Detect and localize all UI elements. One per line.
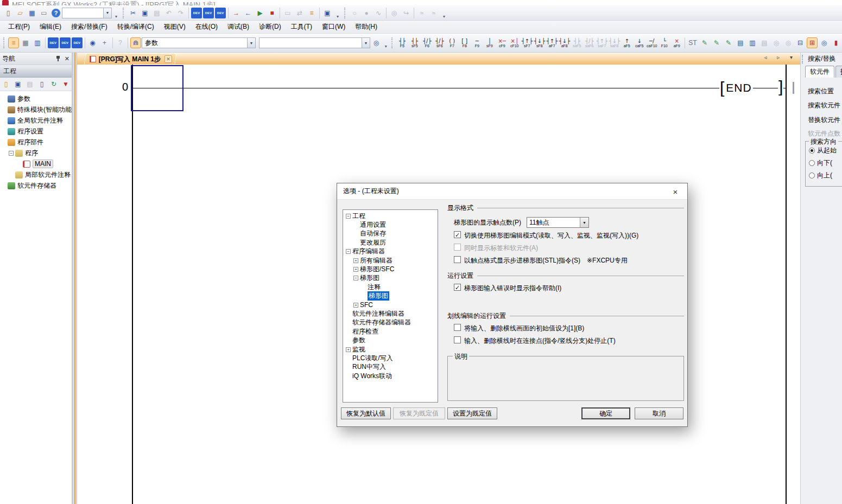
read-from-plc-icon[interactable]: ← [243, 8, 254, 18]
tab-instruction[interactable]: 指令 [835, 66, 842, 78]
toolbar-overflow-icon[interactable]: ▾ [441, 7, 447, 19]
device-find-icon[interactable]: DEV [191, 8, 202, 18]
expander-icon[interactable] [353, 231, 358, 236]
menu-item[interactable]: 在线(O) [191, 21, 223, 33]
find-dim-icon[interactable]: ◎ [771, 37, 782, 48]
pin-icon[interactable] [55, 55, 61, 62]
checkbox-icon[interactable]: ✓ [454, 284, 461, 291]
delete-af9[interactable]: × aF9 [670, 36, 683, 50]
edit-coil-comment-icon[interactable]: ✎ [711, 37, 722, 48]
options-tree-item[interactable]: PLC读取/写入 [345, 354, 438, 362]
checkbox-row[interactable]: 将输入、删除横线画面的初始值设为[1](B) [454, 324, 684, 333]
tab-scroll-arrows[interactable]: ◃ ▹ ▾ [764, 54, 797, 60]
menu-item[interactable]: 帮助(H) [350, 21, 382, 33]
checkbox-icon[interactable] [454, 324, 461, 331]
checkbox-row[interactable]: 同时显示标签和软元件(A) [454, 244, 684, 253]
trend-b-icon[interactable]: ≈ [428, 8, 439, 18]
nav-item-pou[interactable]: 程序部件 [0, 137, 72, 148]
vline-sf9[interactable]: │ sF9 [483, 36, 496, 50]
expander-icon[interactable] [346, 374, 351, 379]
delete-hline-cf9[interactable]: ×─ cF9 [496, 36, 508, 50]
new-file-icon[interactable]: ▯ [3, 8, 14, 18]
paste-icon[interactable]: ▤ [151, 8, 162, 18]
expander-icon[interactable]: − [346, 214, 351, 219]
pulse-up-saf7[interactable]: ┤↑├ saF7 [596, 36, 608, 50]
scrollbar-mark[interactable] [793, 82, 794, 94]
expander-icon[interactable] [1, 183, 6, 188]
expander-icon[interactable] [346, 356, 351, 361]
menu-item[interactable]: 工具(T) [286, 21, 317, 33]
trend-a-icon[interactable]: ≈ [416, 8, 427, 18]
project-tree-icon[interactable]: ≡ [8, 37, 19, 48]
expander-icon[interactable]: − [353, 276, 358, 280]
options-tree-item[interactable]: 通用设置 [345, 220, 438, 229]
expander-icon[interactable] [353, 240, 358, 245]
tab-close-icon[interactable]: ✕ [164, 55, 172, 63]
batch-edit-icon[interactable]: ▤ [735, 37, 746, 48]
hline-f9[interactable]: ─ F9 [471, 36, 483, 50]
doc-dim-icon[interactable]: ▤ [759, 37, 770, 48]
nav-item-program[interactable]: − 程序 [0, 148, 72, 158]
expander-icon[interactable] [1, 107, 6, 112]
device-search-icon[interactable]: + [99, 37, 110, 48]
expander-icon[interactable] [346, 329, 351, 334]
menu-item[interactable]: 工程(P) [3, 21, 35, 33]
jump-icon[interactable]: ↪ [401, 8, 411, 18]
checkbox-row[interactable]: ✓ 梯形图输入错误时显示指令帮助(I) [454, 284, 684, 293]
branch-f10[interactable]: └ F10 [658, 36, 670, 50]
options-tree-item[interactable]: − 梯形图 [345, 274, 438, 283]
device-table-icon[interactable]: DEV [60, 37, 71, 48]
combo-arrow-icon[interactable]: ▼ [103, 8, 111, 18]
expander-icon[interactable] [346, 365, 351, 369]
navigation-section-project[interactable]: 工程 [0, 65, 72, 78]
open-file-icon[interactable]: ▱ [15, 8, 26, 18]
radio-option[interactable]: 向下( [809, 158, 842, 168]
expander-icon[interactable] [1, 97, 6, 101]
options-tree-item[interactable]: 软元件存储器编辑器 [345, 318, 438, 327]
device-tree-icon[interactable]: DEV [72, 37, 83, 48]
expander-icon[interactable] [1, 140, 6, 145]
nav-item-local-comment[interactable]: 局部软元件注释 [0, 169, 72, 180]
expander-icon[interactable] [361, 285, 366, 290]
expander-icon[interactable]: + [353, 267, 358, 272]
pulse-down-sf8[interactable]: ┤↓├ sF8 [533, 36, 546, 50]
window-switch-icon[interactable]: ⇄ [294, 8, 305, 18]
menu-item[interactable]: 调试(B) [223, 21, 254, 33]
cancel-button[interactable]: 取消 [635, 407, 683, 419]
work-window-icon[interactable]: ▥ [32, 37, 43, 48]
combo-arrow-icon[interactable]: ▼ [580, 218, 588, 227]
invert-up-af5[interactable]: ↑ aF5 [621, 36, 633, 50]
find-target-combo[interactable]: 参数 ▼ [142, 37, 256, 48]
radio-option[interactable]: 从起始 [809, 146, 842, 155]
options-tree-item[interactable]: + SFC [345, 301, 438, 309]
redo-icon[interactable]: ↷ [175, 8, 186, 18]
watch-stop-icon[interactable]: ● [361, 8, 372, 18]
pulse-open-saf5[interactable]: ┤├ saF5 [571, 36, 583, 50]
menu-item[interactable]: 视图(V) [159, 21, 191, 33]
stl-display-icon[interactable]: ST [687, 37, 698, 48]
copy-icon[interactable]: ▣ [140, 8, 150, 18]
expander-icon[interactable] [353, 222, 358, 227]
open-branch-sf5[interactable]: ┤├ sF5 [408, 36, 421, 50]
menu-item[interactable]: 窗口(W) [317, 21, 350, 33]
binoculars-icon[interactable]: ⋒ [130, 37, 141, 48]
nav-item-parameter[interactable]: 参数 [0, 93, 72, 104]
nav-item-main[interactable]: MAIN [0, 158, 72, 169]
menu-item[interactable]: 转换/编译(C) [112, 21, 159, 33]
new-data-icon[interactable]: ▯ [1, 79, 11, 90]
module-config-icon[interactable]: ▦ [20, 37, 31, 48]
combo-arrow-icon[interactable]: ▼ [247, 38, 255, 48]
restore-preset-button[interactable]: 恢复为既定值 [393, 407, 445, 419]
device-find-icon[interactable]: DEV [48, 37, 59, 48]
expander-icon[interactable]: + [353, 258, 358, 263]
pc-lock-icon[interactable]: ▣ [322, 8, 333, 18]
menu-item[interactable]: 搜索/替换(F) [66, 21, 112, 33]
pulse-icon[interactable]: ∿ [373, 8, 384, 18]
options-tree-item[interactable]: 自动保存 [345, 229, 438, 238]
save-icon[interactable]: ▦ [27, 8, 37, 18]
checkbox-row[interactable]: ✓ 切换使用梯形图编辑模式(读取、写入、监视、监视(写入))(G) [454, 231, 684, 240]
expander-icon[interactable] [1, 129, 6, 134]
checkbox-row[interactable]: 输入、删除横线时在连接点(指令/竖线分支)处停止(T) [454, 336, 684, 346]
set-preset-button[interactable]: 设置为既定值 [447, 407, 497, 419]
menu-item[interactable]: 诊断(D) [254, 21, 286, 33]
